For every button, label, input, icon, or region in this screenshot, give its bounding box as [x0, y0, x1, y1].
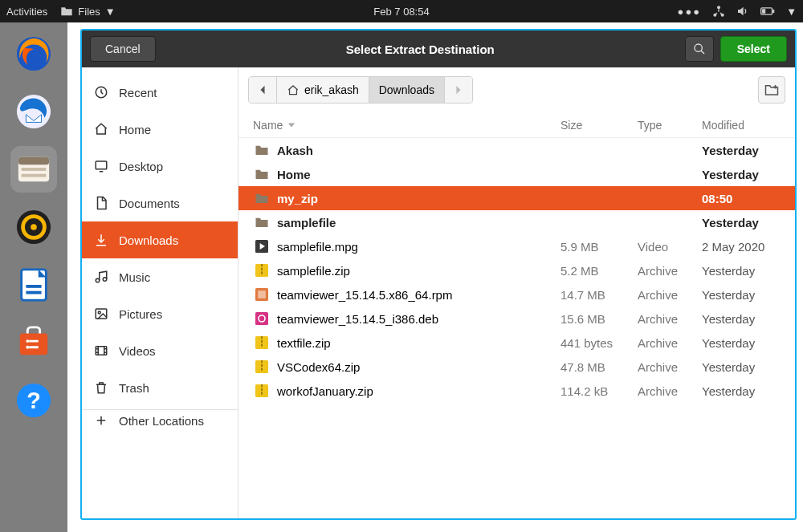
chevron-down-icon: ▼	[105, 6, 116, 18]
file-area: erik_akash Downloads Name	[238, 67, 795, 518]
folder-icon	[253, 168, 271, 181]
file-modified: Yesterday	[702, 384, 781, 398]
file-list[interactable]: AkashYesterdayHomeYesterdaymy_zip08:50sa…	[238, 138, 795, 518]
recent-icon	[93, 85, 109, 99]
svg-rect-11	[22, 174, 47, 177]
file-modified: Yesterday	[702, 216, 781, 229]
sidebar-item-music[interactable]: Music	[82, 258, 238, 295]
file-name: teamviewer_15.14.5_i386.deb	[277, 312, 560, 326]
file-size: 15.6 MB	[560, 312, 638, 326]
path-bar: erik_akash Downloads	[238, 67, 795, 112]
file-size: 47.8 MB	[560, 360, 638, 374]
sidebar-item-pictures[interactable]: Pictures	[82, 295, 238, 332]
file-row[interactable]: samplefileYesterday	[238, 210, 795, 234]
file-size: 114.2 kB	[560, 384, 638, 398]
file-modified: Yesterday	[702, 360, 781, 374]
volume-icon[interactable]	[736, 5, 749, 18]
launcher-rhythmbox[interactable]	[10, 204, 57, 250]
file-modified: Yesterday	[702, 264, 781, 278]
svg-rect-16	[26, 285, 41, 288]
sidebar-item-documents[interactable]: Documents	[82, 185, 238, 221]
select-button[interactable]: Select	[720, 36, 787, 62]
clock[interactable]: Feb 7 08:54	[270, 6, 533, 18]
activities-button[interactable]: Activities	[6, 6, 47, 18]
file-row[interactable]: AkashYesterday	[238, 138, 795, 162]
svg-rect-30	[96, 347, 107, 355]
file-modified: Yesterday	[702, 288, 781, 302]
zip-icon	[253, 360, 271, 373]
chevron-right-icon	[454, 85, 463, 95]
sidebar-item-label: Trash	[119, 381, 149, 395]
sidebar-item-trash[interactable]: Trash	[82, 369, 238, 406]
sidebar-item-recent[interactable]: Recent	[82, 74, 238, 111]
file-name: samplefile.mpg	[277, 240, 560, 254]
column-modified[interactable]: Modified	[702, 119, 781, 132]
home-icon	[93, 122, 109, 136]
svg-point-23	[695, 44, 702, 51]
path-home-segment[interactable]: erik_akash	[277, 77, 369, 103]
launcher-files[interactable]	[10, 146, 57, 193]
file-modified: 2 May 2020	[702, 240, 781, 254]
sidebar-item-downloads[interactable]: Downloads	[82, 221, 238, 258]
file-row[interactable]: workofJanuary.zip114.2 kBArchiveYesterda…	[238, 379, 795, 403]
file-row[interactable]: my_zip08:50	[238, 186, 795, 210]
documents-icon	[93, 196, 109, 210]
file-row[interactable]: samplefile.zip5.2 MBArchiveYesterday	[238, 258, 795, 282]
trash-icon	[93, 380, 109, 395]
svg-point-14	[31, 224, 37, 230]
new-folder-button[interactable]	[758, 76, 785, 104]
launcher-help[interactable]: ?	[10, 377, 57, 424]
sidebar-item-home[interactable]: Home	[82, 111, 238, 148]
svg-rect-18	[20, 334, 48, 355]
svg-point-19	[26, 339, 29, 343]
sidebar-item-label: Desktop	[119, 160, 163, 173]
path-back-button[interactable]	[249, 77, 277, 103]
video-icon	[253, 240, 271, 253]
zip-icon	[253, 336, 271, 349]
path-forward-button[interactable]	[445, 77, 472, 103]
appmenu-files[interactable]: Files ▼	[60, 6, 115, 18]
search-button[interactable]	[685, 36, 714, 62]
zip-icon	[253, 384, 271, 397]
folder-icon	[253, 144, 271, 156]
launcher-thunderbird[interactable]	[10, 88, 57, 135]
column-type[interactable]: Type	[638, 119, 702, 132]
desktop-icon	[93, 159, 109, 173]
chevron-left-icon	[259, 85, 267, 95]
column-name[interactable]: Name	[253, 119, 560, 132]
path-segment-downloads[interactable]: Downloads	[369, 77, 445, 103]
launcher-libreoffice[interactable]	[10, 262, 57, 308]
battery-icon[interactable]	[760, 6, 775, 17]
sidebar-item-other[interactable]: Other Locations	[82, 409, 238, 428]
network-icon[interactable]	[712, 5, 725, 18]
svg-point-26	[96, 278, 100, 282]
column-size[interactable]: Size	[560, 119, 638, 132]
sidebar-item-label: Documents	[119, 197, 180, 210]
file-row[interactable]: VSCodex64.zip47.8 MBArchiveYesterday	[238, 355, 795, 379]
file-row[interactable]: textfile.zip441 bytesArchiveYesterday	[238, 331, 795, 355]
music-icon	[93, 270, 109, 284]
zip-icon	[253, 264, 271, 277]
file-row[interactable]: HomeYesterday	[238, 162, 795, 186]
svg-rect-5	[762, 9, 765, 14]
sidebar-item-label: Pictures	[119, 307, 162, 321]
downloads-icon	[93, 233, 109, 247]
sidebar-item-desktop[interactable]: Desktop	[82, 148, 238, 185]
cancel-button[interactable]: Cancel	[90, 36, 156, 62]
overflow-icon[interactable]: ●●●	[678, 6, 702, 18]
file-row[interactable]: teamviewer_15.14.5_i386.deb15.6 MBArchiv…	[238, 307, 795, 331]
launcher-firefox[interactable]	[10, 30, 57, 77]
file-modified: Yesterday	[702, 312, 781, 326]
system-menu-chevron-icon[interactable]: ▼	[786, 6, 797, 18]
sidebar-item-label: Home	[119, 123, 151, 136]
launcher-software[interactable]	[10, 319, 57, 366]
sidebar-item-label: Music	[119, 270, 150, 284]
file-row[interactable]: samplefile.mpg5.9 MBVideo2 May 2020	[238, 234, 795, 258]
svg-rect-10	[22, 168, 47, 171]
file-name: Akash	[277, 144, 560, 157]
file-modified: Yesterday	[702, 168, 781, 181]
dialog-title: Select Extract Destination	[156, 43, 685, 56]
file-row[interactable]: teamviewer_15.14.5.x86_64.rpm14.7 MBArch…	[238, 282, 795, 307]
sidebar-item-videos[interactable]: Videos	[82, 332, 238, 369]
file-name: samplefile	[277, 216, 560, 229]
